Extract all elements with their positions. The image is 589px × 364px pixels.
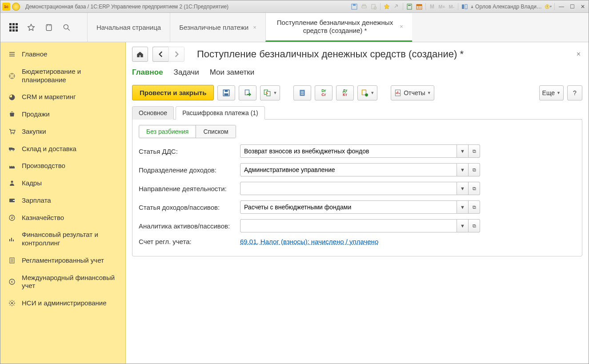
files-button[interactable]: [293, 85, 311, 100]
home-button[interactable]: [132, 47, 148, 62]
cardtab-main[interactable]: Основное: [132, 106, 174, 120]
save-button[interactable]: [217, 85, 235, 100]
calendar-icon[interactable]: 31: [416, 3, 423, 10]
svg-text:₽: ₽: [11, 216, 13, 220]
apps-grid-icon[interactable]: [8, 23, 18, 32]
input-analytics[interactable]: [240, 219, 457, 232]
chevron-down-icon: ▼: [427, 91, 431, 95]
user-menu[interactable]: Орлов Александр Влади…: [471, 4, 542, 10]
forward-button: [168, 47, 184, 62]
more-button[interactable]: Еще▼: [539, 85, 564, 100]
calculator-icon[interactable]: [406, 3, 413, 10]
account-link[interactable]: 69.01, Налог (взносы): начислено / уплач…: [240, 238, 378, 245]
print-icon[interactable]: [361, 3, 368, 10]
dropdown-button[interactable]: ▼: [457, 219, 469, 232]
input-dds[interactable]: [240, 144, 457, 158]
titlebar: 1c Демонстрационная база / 1С:ERP Управл…: [0, 0, 589, 13]
factory-icon: [8, 163, 16, 170]
input-dept[interactable]: [240, 163, 457, 176]
basis-button[interactable]: ▼: [260, 85, 280, 100]
sidebar-item-treasury[interactable]: ₽Казначейство: [0, 209, 125, 227]
open-button[interactable]: ⧉: [469, 182, 480, 195]
open-button[interactable]: ⧉: [469, 144, 480, 158]
open-button[interactable]: ⧉: [469, 200, 480, 214]
sidebar-item-hr[interactable]: Кадры: [0, 175, 125, 192]
memory-mminus-icon[interactable]: M-: [448, 3, 455, 10]
close-icon[interactable]: ×: [400, 23, 403, 30]
sidebar-item-admin[interactable]: НСИ и администрирование: [0, 295, 125, 312]
back-button[interactable]: [152, 47, 168, 62]
info-icon[interactable]: i▾: [545, 3, 552, 10]
svg-rect-11: [462, 4, 464, 9]
minimize-button[interactable]: —: [557, 3, 565, 10]
doc-list-icon: [8, 257, 16, 264]
save-icon[interactable]: [351, 3, 358, 10]
dropdown-button[interactable]: ▼: [457, 182, 469, 195]
history-icon[interactable]: [44, 23, 54, 32]
tab-cashless-receipt[interactable]: Поступление безналичных денежных средств…: [265, 13, 412, 42]
maximize-button[interactable]: ☐: [568, 3, 576, 10]
page-close-button[interactable]: ×: [575, 48, 582, 60]
sidebar-item-sales[interactable]: Продажи: [0, 106, 125, 123]
tab-cashless-payments[interactable]: Безналичные платежи×: [170, 13, 265, 42]
structure-button[interactable]: ▼: [357, 85, 377, 100]
favorites-icon[interactable]: [26, 23, 36, 32]
favorite-add-icon[interactable]: [383, 3, 390, 10]
svg-point-21: [13, 133, 14, 134]
sidebar-item-warehouse[interactable]: Склад и доставка: [0, 140, 125, 158]
person-icon: [8, 180, 16, 187]
sidebar-item-payroll[interactable]: Зарплата: [0, 192, 125, 209]
sidebar-item-crm[interactable]: CRM и маркетинг: [0, 88, 125, 106]
mode-tabs: Без разбиения Списком: [139, 125, 236, 138]
svg-text:i: i: [547, 5, 548, 8]
modetab-list[interactable]: Списком: [196, 125, 235, 138]
sidebar-item-regulated-accounting[interactable]: Регламентированный учет: [0, 252, 125, 269]
chevron-down-icon: ▼: [557, 91, 561, 95]
open-button[interactable]: ⧉: [469, 219, 480, 232]
dropdown-button[interactable]: ▼: [457, 144, 469, 158]
open-button[interactable]: ⧉: [469, 163, 480, 176]
memory-mplus-icon[interactable]: M+: [438, 3, 445, 10]
help-button[interactable]: ?: [567, 85, 582, 100]
post-and-close-button[interactable]: Провести и закрыть: [132, 85, 214, 100]
dt-kt-button[interactable]: ДтКт: [336, 85, 354, 100]
sidebar-item-international[interactable]: €Международный финансовый учет: [0, 269, 125, 295]
sub-tabs: Главное Задачи Мои заметки: [132, 68, 582, 79]
input-direction[interactable]: [240, 182, 457, 195]
input-income[interactable]: [240, 200, 457, 214]
window-close-button[interactable]: ✕: [579, 3, 587, 10]
card-body: Без разбиения Списком Статья ДДС: ▼ ⧉ По…: [132, 120, 582, 256]
label-direction: Направление деятельности:: [139, 185, 240, 192]
dropdown-button[interactable]: ▼: [457, 163, 469, 176]
subtab-tasks[interactable]: Задачи: [174, 68, 199, 79]
card-tabs: Основное Расшифровка платежа (1): [132, 106, 582, 120]
sidebar-item-production[interactable]: Производство: [0, 157, 125, 175]
reports-button[interactable]: Отчеты▼: [391, 85, 434, 100]
tab-home[interactable]: Начальная страница: [87, 13, 170, 42]
search-small-icon[interactable]: [370, 3, 377, 10]
search-icon[interactable]: [62, 23, 72, 32]
memory-m-icon[interactable]: M: [429, 3, 436, 10]
app-window: 1c Демонстрационная база / 1С:ERP Управл…: [0, 0, 589, 364]
target-icon: [8, 72, 16, 80]
cart-icon: [8, 128, 16, 135]
post-button[interactable]: [239, 85, 256, 100]
svg-rect-22: [9, 148, 12, 150]
svg-point-33: [11, 302, 13, 304]
sidebar-item-main[interactable]: Главное: [0, 46, 125, 63]
dr-cr-button[interactable]: DrCr: [315, 85, 333, 100]
svg-rect-36: [224, 93, 228, 96]
close-icon[interactable]: ×: [253, 24, 256, 31]
sidebar-item-purchases[interactable]: Закупки: [0, 123, 125, 140]
sidebar-item-financial-result[interactable]: Финансовый результат и контроллинг: [0, 226, 125, 252]
subtab-notes[interactable]: Мои заметки: [210, 68, 255, 79]
sidebar-item-budgeting[interactable]: Бюджетирование и планирование: [0, 63, 125, 89]
page-title: Поступление безналичных денежных средств…: [197, 48, 570, 60]
dropdown-button[interactable]: ▼: [457, 200, 469, 214]
link-icon[interactable]: [393, 3, 400, 10]
modetab-nosplit[interactable]: Без разбиения: [139, 125, 196, 138]
subtab-main[interactable]: Главное: [132, 68, 163, 79]
svg-rect-1: [353, 4, 356, 6]
cardtab-payment-details[interactable]: Расшифровка платежа (1): [176, 106, 265, 120]
panels-icon[interactable]: [461, 3, 468, 10]
